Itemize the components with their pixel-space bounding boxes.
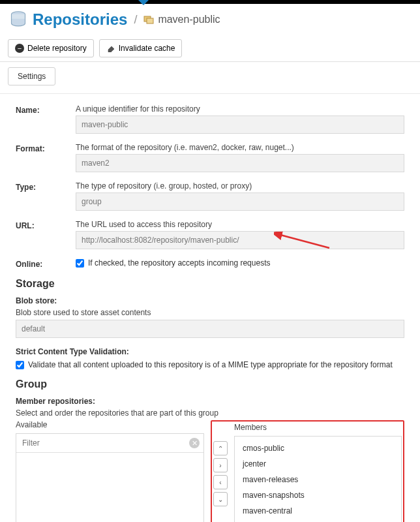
- member-item[interactable]: maven-releases: [235, 472, 401, 487]
- available-filter-input[interactable]: [20, 437, 189, 450]
- breadcrumb-repo-name: maven-public: [158, 14, 220, 25]
- move-up-button[interactable]: ⌃: [213, 441, 228, 455]
- minus-circle-icon: −: [15, 44, 24, 53]
- svg-line-3: [280, 235, 329, 248]
- url-input: [76, 231, 404, 249]
- database-icon: [9, 10, 27, 29]
- group-section-title: Group: [16, 378, 404, 390]
- toolbar: − Delete repository Invalidate cache: [0, 35, 420, 62]
- member-item[interactable]: cmos-public: [235, 440, 401, 456]
- url-label: URL:: [16, 220, 76, 230]
- invalidate-cache-button[interactable]: Invalidate cache: [99, 39, 183, 57]
- page-title: Repositories: [33, 10, 127, 29]
- name-hint: A unique identifier for this repository: [76, 104, 404, 114]
- move-down-button[interactable]: ⌄: [213, 492, 228, 506]
- members-label: Members: [234, 423, 402, 432]
- name-input: [76, 115, 404, 134]
- available-label: Available: [16, 420, 204, 429]
- strict-validation-text: Validate that all content uploaded to th…: [28, 360, 393, 369]
- format-hint: The format of the repository (i.e. maven…: [76, 143, 404, 152]
- strict-validation-checkbox[interactable]: [16, 361, 24, 369]
- strict-validation-label: Strict Content Type Validation:: [16, 347, 404, 356]
- available-list[interactable]: ✕: [16, 433, 204, 522]
- format-label: Format:: [16, 143, 76, 153]
- blob-store-hint: Blob store used to store asset contents: [16, 308, 404, 317]
- type-input: [76, 192, 404, 211]
- svg-rect-2: [147, 18, 153, 23]
- type-label: Type:: [16, 181, 76, 192]
- type-hint: The type of repository (i.e. group, host…: [76, 181, 404, 191]
- url-hint: The URL used to access this repository: [76, 220, 404, 229]
- repo-group-icon: [143, 14, 154, 25]
- member-repos-label: Member repositories:: [16, 397, 404, 406]
- blob-store-label: Blob store:: [16, 296, 404, 305]
- annotation-arrow-icon: [274, 232, 333, 251]
- storage-section-title: Storage: [16, 278, 404, 290]
- member-repos-hint: Select and order the repositories that a…: [16, 408, 404, 418]
- online-checkbox[interactable]: [76, 259, 84, 268]
- online-checkbox-label: If checked, the repository accepts incom…: [88, 258, 270, 268]
- breadcrumb-separator: /: [134, 13, 137, 27]
- member-item[interactable]: maven-snapshots: [235, 487, 401, 503]
- members-list[interactable]: cmos-public jcenter maven-releases maven…: [234, 436, 402, 522]
- move-right-button[interactable]: ›: [213, 458, 228, 472]
- clear-filter-icon[interactable]: ✕: [189, 438, 200, 448]
- format-input: [76, 154, 404, 172]
- member-item[interactable]: maven-central: [235, 503, 401, 519]
- delete-repository-button[interactable]: − Delete repository: [8, 39, 94, 57]
- name-label: Name:: [16, 104, 76, 115]
- blob-store-input: [16, 320, 404, 338]
- move-left-button[interactable]: ‹: [213, 475, 228, 489]
- page-header: Repositories / maven-public: [0, 4, 420, 35]
- member-item[interactable]: jcenter: [235, 456, 401, 472]
- online-label: Online:: [16, 258, 76, 269]
- tab-settings[interactable]: Settings: [8, 67, 55, 85]
- eraser-icon: [106, 44, 115, 52]
